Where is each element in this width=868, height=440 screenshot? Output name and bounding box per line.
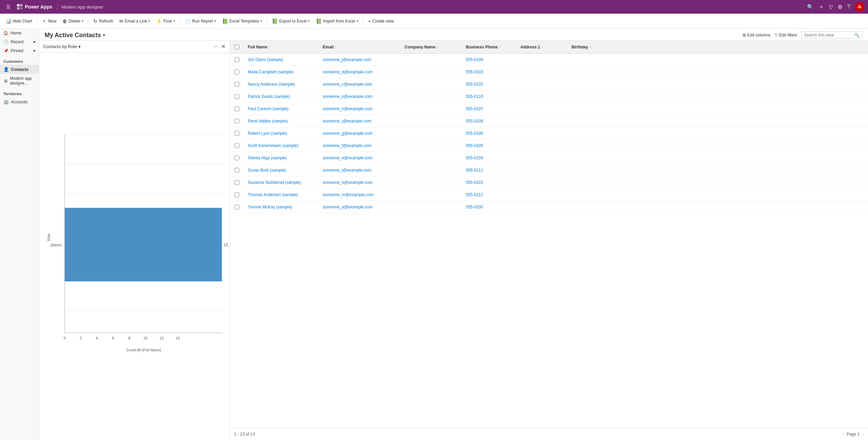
search-box[interactable]: 🔍 (801, 31, 863, 39)
avatar[interactable]: JL (855, 2, 865, 12)
cell-full-name[interactable]: Nancy Anderson (sample) (244, 82, 319, 87)
row-checkbox[interactable] (230, 143, 244, 148)
cell-full-name[interactable]: Paul Cannon (sample) (244, 106, 319, 111)
row-select-input[interactable] (234, 106, 239, 111)
row-checkbox[interactable] (230, 168, 244, 173)
cell-phone[interactable]: 555-0112 (462, 192, 516, 197)
header-birthday[interactable]: Birthday ↓ (567, 45, 608, 49)
create-view-button[interactable]: + Create view (365, 17, 397, 25)
sidebar-item-accounts[interactable]: 🏢 Accounts (0, 97, 39, 106)
row-select-input[interactable] (234, 205, 239, 209)
email-dropdown-arrow[interactable]: ▾ (148, 19, 150, 23)
excel-templates-button[interactable]: 📗 Excel Templates ▾ (219, 17, 265, 25)
cell-full-name[interactable]: Patrick Sands (sample) (244, 94, 319, 99)
import-dropdown-arrow[interactable]: ▾ (356, 19, 358, 23)
select-all-input[interactable] (234, 45, 239, 49)
cell-phone[interactable]: 555-0105 (462, 143, 516, 148)
chart-close-button[interactable]: ✕ (221, 43, 226, 50)
row-checkbox[interactable] (230, 82, 244, 87)
cell-email[interactable]: someone_i@example.com (319, 119, 400, 123)
header-business-phone[interactable]: Business Phone ↓ (462, 45, 516, 49)
sidebar-item-pinned[interactable]: 📌 Pinned ▾ (0, 46, 39, 55)
row-checkbox[interactable] (230, 205, 244, 209)
sidebar-item-modern-app-designer[interactable]: 🖥 Modern app designe... (0, 74, 39, 88)
search-icon[interactable]: 🔍 (807, 4, 814, 10)
header-full-name[interactable]: Full Name ↑ (244, 45, 319, 49)
row-select-input[interactable] (234, 156, 239, 160)
row-checkbox[interactable] (230, 70, 244, 74)
cell-email[interactable]: someone_d@example.com (319, 70, 400, 74)
run-report-button[interactable]: 📄 Run Report ▾ (182, 17, 219, 25)
sidebar-item-recent[interactable]: 🕐 Recent ▾ (0, 38, 39, 46)
cell-email[interactable]: someone_k@example.com (319, 94, 400, 99)
cell-phone[interactable]: 555-0106 (462, 131, 516, 136)
report-dropdown-arrow[interactable]: ▾ (214, 19, 216, 23)
cell-full-name[interactable]: Robert Lyon (sample) (244, 131, 319, 136)
row-checkbox[interactable] (230, 180, 244, 185)
cell-full-name[interactable]: Susanna Stubberod (sample) (244, 180, 319, 185)
row-checkbox[interactable] (230, 156, 244, 160)
cell-phone[interactable]: 555-0109 (462, 57, 516, 62)
cell-full-name[interactable]: Susan Burk (sample) (244, 168, 319, 173)
cell-full-name[interactable]: Yvonne McKay (sample) (244, 205, 319, 209)
cell-email[interactable]: someone_a@example.com (319, 205, 400, 209)
select-all-checkbox[interactable] (230, 45, 244, 49)
cell-email[interactable]: someone_f@example.com (319, 143, 400, 148)
cell-phone[interactable]: 555-0104 (462, 156, 516, 160)
cell-phone[interactable]: 555-0103 (462, 70, 516, 74)
prev-page-button[interactable]: ‹ (842, 431, 844, 437)
export-dropdown-arrow[interactable]: ▾ (308, 19, 310, 23)
delete-button[interactable]: 🗑 Delete ▾ (60, 17, 86, 25)
refresh-button[interactable]: ↻ Refresh (91, 17, 116, 25)
row-select-input[interactable] (234, 119, 239, 123)
search-input[interactable] (804, 33, 854, 38)
row-select-input[interactable] (234, 143, 239, 148)
row-select-input[interactable] (234, 168, 239, 173)
chart-more-button[interactable]: ⋯ (213, 43, 218, 50)
view-title[interactable]: My Active Contacts ▾ (45, 32, 105, 39)
cell-email[interactable]: someone_m@example.com (319, 192, 400, 197)
header-company-name[interactable]: Company Name ↓ (400, 45, 462, 49)
cell-phone[interactable]: 555-0108 (462, 119, 516, 123)
cell-email[interactable]: someone_g@example.com (319, 131, 400, 136)
edit-columns-button[interactable]: ⊞ Edit columns (743, 33, 771, 38)
new-button[interactable]: ＋ New (39, 17, 59, 26)
row-checkbox[interactable] (230, 94, 244, 99)
row-select-input[interactable] (234, 70, 239, 74)
cell-email[interactable]: someone_l@example.com (319, 168, 400, 173)
row-checkbox[interactable] (230, 192, 244, 197)
cell-phone[interactable]: 555-0101 (462, 180, 516, 185)
row-select-input[interactable] (234, 192, 239, 197)
cell-email[interactable]: someone_b@example.com (319, 180, 400, 185)
sidebar-item-contacts[interactable]: 👤 Contacts (0, 65, 39, 74)
row-select-input[interactable] (234, 180, 239, 185)
cell-phone[interactable]: 555-0110 (462, 94, 516, 99)
row-select-input[interactable] (234, 94, 239, 99)
excel-templates-dropdown-arrow[interactable]: ▾ (260, 19, 262, 23)
edit-filters-button[interactable]: ▽ Edit filters (775, 33, 797, 38)
cell-full-name[interactable]: Thomas Andersen (sample) (244, 192, 319, 197)
add-icon[interactable]: ＋ (819, 3, 824, 11)
cell-full-name[interactable]: Rene Valdes (sample) (244, 119, 319, 123)
export-excel-button[interactable]: 📗 Export to Excel ▾ (269, 17, 313, 25)
cell-email[interactable]: someone_e@example.com (319, 156, 400, 160)
cell-phone[interactable]: 555-0111 (462, 168, 516, 173)
email-link-button[interactable]: ✉ Email a Link ▾ (117, 17, 153, 25)
row-checkbox[interactable] (230, 57, 244, 62)
flow-button[interactable]: ⚡ Flow ▾ (153, 17, 178, 25)
help-icon[interactable]: ? (847, 4, 850, 10)
next-page-button[interactable]: › (862, 431, 864, 437)
header-email[interactable]: Email ↓ (319, 45, 400, 49)
filter-icon[interactable]: ▽ (829, 4, 833, 10)
cell-email[interactable]: someone_h@example.com (319, 106, 400, 111)
settings-icon[interactable]: ⚙ (838, 4, 842, 10)
row-checkbox[interactable] (230, 131, 244, 136)
cell-email[interactable]: someone_c@example.com (319, 82, 400, 87)
chart-title-button[interactable]: Contacts by Role ▾ (43, 44, 81, 49)
row-select-input[interactable] (234, 82, 239, 87)
sidebar-item-home[interactable]: 🏠 Home (0, 29, 39, 38)
row-checkbox[interactable] (230, 119, 244, 123)
header-address1[interactable]: Address 1 ↓ (516, 45, 567, 49)
cell-email[interactable]: someone_j@example.com (319, 57, 400, 62)
row-select-input[interactable] (234, 131, 239, 136)
